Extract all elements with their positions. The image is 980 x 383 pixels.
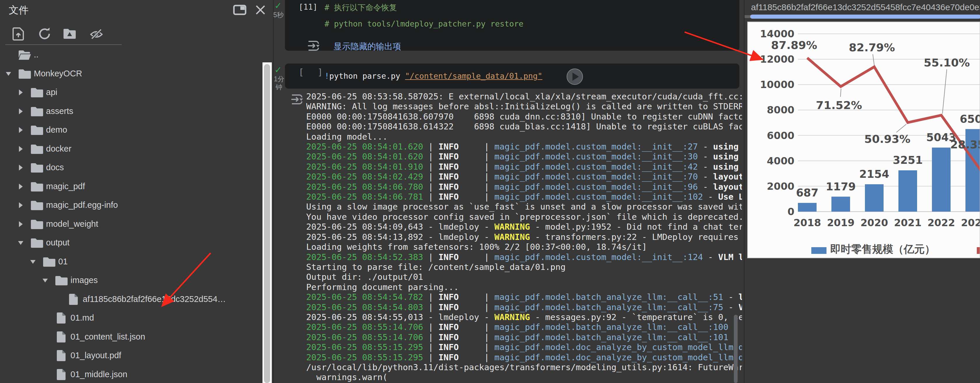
tree-item-magic_pdf[interactable]: magic_pdf (0, 177, 262, 196)
refresh-icon[interactable] (37, 27, 52, 41)
file-panel-scrollbar-thumb[interactable] (264, 64, 270, 383)
tree-item-label: 01_content_list.json (70, 332, 145, 342)
tree-item-label: magic_pdf.egg-info (46, 200, 118, 210)
tree-item-asserts[interactable]: asserts (0, 102, 262, 121)
show-hidden-outputs-link[interactable]: 显示隐藏的输出项 (334, 41, 401, 53)
tree-item-images[interactable]: images (0, 271, 262, 290)
cell-exec-time: 5秒 (273, 11, 284, 19)
svg-text:2023: 2023 (961, 217, 980, 228)
code-editor[interactable]: !python parse.py "/content/sample_data/0… (325, 68, 731, 84)
chevron-right-icon[interactable] (18, 164, 24, 171)
svg-text:6000: 6000 (767, 130, 794, 141)
chevron-down-icon[interactable] (30, 258, 36, 265)
code-cell-2[interactable]: [ ] !python parse.py "/content/sample_da… (285, 64, 739, 89)
run-cell-button[interactable] (566, 69, 583, 85)
log-line: 2025-06-25 08:54:01.620 | INFO | magic_p… (306, 152, 742, 161)
tree-item-label: asserts (46, 106, 73, 116)
tree-item-01_content_list.json[interactable]: 01_content_list.json (0, 328, 262, 346)
folder-icon (30, 105, 44, 117)
folder-icon (18, 68, 32, 80)
log-line: Using a slow image processor as `use_fas… (306, 202, 742, 212)
close-panel-icon[interactable] (255, 4, 266, 16)
svg-text:6500: 6500 (960, 113, 980, 125)
log-line: 2025-06-25 08:54:06.781 | INFO | magic_p… (306, 192, 742, 202)
execution-count[interactable]: [11] (299, 2, 318, 11)
tree-item-demo[interactable]: demo (0, 121, 262, 139)
chevron-down-icon[interactable] (42, 277, 48, 284)
log-line: 2025-06-25 08:55:14.706 | INFO | magic_p… (306, 322, 742, 332)
mount-drive-icon[interactable] (62, 27, 77, 41)
folder-icon (30, 86, 44, 98)
tree-item-model_weight[interactable]: model_weight (0, 215, 262, 233)
chevron-right-icon[interactable] (18, 145, 24, 152)
tree-item-01_middle.json[interactable]: 01_middle.json (0, 365, 262, 383)
tree-item-api[interactable]: api (0, 83, 262, 102)
tree-item-MonkeyOCR[interactable]: MonkeyOCR (0, 64, 262, 83)
hide-hidden-files-icon[interactable] (89, 27, 104, 41)
tree-item-..[interactable]: .. (0, 45, 262, 64)
log-line: You have video processor config saved in… (306, 212, 742, 222)
svg-text:50.93%: 50.93% (864, 132, 910, 145)
chevron-right-icon[interactable] (18, 89, 24, 96)
tree-item-01[interactable]: 01 (0, 252, 262, 271)
svg-text:3251: 3251 (893, 154, 923, 166)
chevron-right-icon[interactable] (18, 202, 24, 209)
log-line: /usr/local/lib/python3.11/dist-packages/… (306, 362, 742, 372)
folder-icon (30, 143, 44, 155)
tree-item-label: 01 (58, 257, 68, 267)
chevron-right-icon[interactable] (18, 108, 24, 115)
log-line: 2025-06-25 08:55:15.295 | INFO | magic_p… (306, 342, 742, 352)
tree-item-af1185c86b2faf2f66e13dc3[interactable]: af1185c86b2faf2f66e13dc3252d55458fcc7e40… (0, 290, 262, 309)
svg-text:71.52%: 71.52% (816, 99, 862, 112)
folder-icon (30, 218, 44, 230)
chevron-down-icon[interactable] (18, 239, 24, 246)
file-explorer-panel: 文件 (0, 0, 273, 383)
svg-text:2154: 2154 (859, 168, 889, 180)
log-line: 2025-06-25 08:54:01.620 | INFO | magic_p… (306, 142, 742, 152)
log-line: Loading weights from safetensors: 100% 2… (306, 242, 742, 252)
svg-text:1179: 1179 (826, 180, 856, 193)
exec-bracket-right: ] (318, 67, 323, 77)
file-icon (67, 294, 80, 305)
cell-exec-time-line2: 钟 (275, 83, 282, 92)
cell-exec-time-line1: 1分 (274, 75, 284, 84)
tree-item-docs[interactable]: docs (0, 158, 262, 177)
log-line: E0000 00:00:1750841638.607970 6898 cuda_… (306, 112, 742, 121)
tree-item-01_layout.pdf[interactable]: 01_layout.pdf (0, 346, 262, 365)
tree-item-label: 01.md (70, 313, 94, 323)
log-line: Starting to parse file: /content/sample_… (306, 262, 742, 272)
output-collapse-icon[interactable] (290, 93, 304, 105)
svg-text:87.89%: 87.89% (771, 39, 817, 52)
chevron-down-icon[interactable] (5, 70, 12, 77)
svg-text:2020: 2020 (861, 217, 888, 228)
play-icon (573, 73, 579, 81)
toolbar-divider (5, 44, 122, 45)
cell-success-check-icon: ✓ (274, 1, 282, 11)
cell-output-log: 2025-06-25 08:53:58.587025: E external/l… (306, 91, 742, 383)
upload-file-icon[interactable] (11, 27, 25, 41)
tree-item-01.md[interactable]: 01.md (0, 309, 262, 327)
chevron-right-icon[interactable] (18, 126, 24, 134)
svg-text:82.79%: 82.79% (849, 41, 895, 54)
tree-item-magic_pdf.egg-info[interactable]: magic_pdf.egg-info (0, 196, 262, 214)
log-line: 2025-06-25 08:55:15.295 | INFO | magic_p… (306, 353, 742, 362)
file-icon (55, 369, 68, 380)
tree-item-docker[interactable]: docker (0, 140, 262, 158)
svg-text:4000: 4000 (767, 155, 794, 167)
output-scrollbar-thumb[interactable] (734, 315, 738, 383)
svg-text:687: 687 (796, 187, 818, 199)
log-line: warnings.warn( (306, 372, 742, 382)
tree-item-output[interactable]: output (0, 233, 262, 252)
open-in-new-panel-icon[interactable] (233, 4, 247, 16)
log-line: E0000 00:00:1750841638.614322 6898 cuda_… (306, 121, 742, 131)
folder-open-icon (18, 49, 32, 61)
log-line: 2025-06-25 08:54:01.910 | INFO | magic_p… (306, 162, 742, 172)
tree-item-label: af1185c86b2faf2f66e13dc3252d55458fcc7e40… (83, 294, 226, 304)
preview-hscrollbar-thumb[interactable] (750, 14, 980, 19)
chevron-right-icon[interactable] (18, 221, 24, 228)
folder-icon (55, 274, 68, 286)
chevron-right-icon[interactable] (18, 183, 24, 190)
outputs-icon (307, 40, 320, 52)
tree-item-label: docs (46, 163, 64, 172)
svg-text:0: 0 (788, 206, 794, 217)
